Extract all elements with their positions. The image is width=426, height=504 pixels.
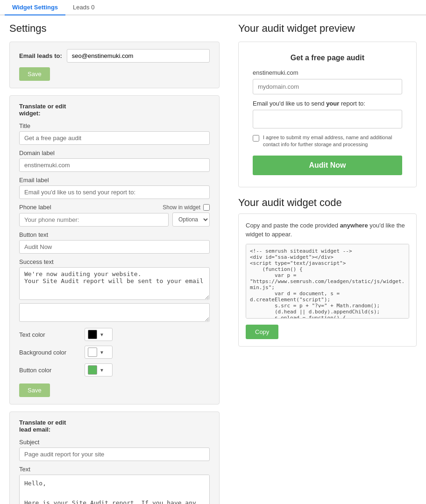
show-in-widget-label: Show in widget <box>163 204 200 211</box>
email-label-label: Email label <box>19 177 210 184</box>
left-panel: Settings Email leads to: Save Translate … <box>0 15 229 504</box>
preview-checkbox-row: I agree to submit my email address, name… <box>253 134 402 149</box>
title-field-label: Title <box>19 122 210 129</box>
extra-textarea[interactable] <box>19 303 210 322</box>
tab-leads[interactable]: Leads 0 <box>65 0 102 14</box>
background-color-label: Background color <box>19 349 80 356</box>
text-label: Text <box>19 466 210 473</box>
copy-button[interactable]: Copy <box>246 325 278 339</box>
button-color-row: Button color ▼ <box>19 363 210 376</box>
preview-heading: Get a free page audit <box>253 54 402 62</box>
domain-label-input[interactable] <box>19 158 210 172</box>
widget-save-button[interactable]: Save <box>19 383 50 397</box>
title-input[interactable] <box>19 131 210 145</box>
button-color-picker[interactable]: ▼ <box>85 363 113 376</box>
subject-label: Subject <box>19 439 210 446</box>
domain-label-label: Domain label <box>19 149 210 156</box>
text-color-chevron: ▼ <box>99 332 104 337</box>
email-leads-label: Email leads to: <box>19 52 62 59</box>
text-color-picker[interactable]: ▼ <box>85 328 113 341</box>
background-color-row: Background color ▼ <box>19 346 210 359</box>
preview-checkbox-text: I agree to submit my email address, name… <box>263 134 402 149</box>
code-box: Copy and paste the code provided anywher… <box>238 213 417 347</box>
success-text-label: Success text <box>19 258 210 265</box>
button-color-label: Button color <box>19 367 80 374</box>
email-label-input[interactable] <box>19 185 210 199</box>
preview-audit-button[interactable]: Audit Now <box>253 156 402 175</box>
tab-widget-settings[interactable]: Widget Settings <box>5 0 65 15</box>
background-color-picker[interactable]: ▼ <box>85 346 113 359</box>
code-description: Copy and paste the code provided anywher… <box>246 221 409 239</box>
tabs-bar: Widget Settings Leads 0 <box>0 0 426 15</box>
button-text-label: Button text <box>19 231 210 238</box>
subject-input[interactable] <box>19 447 210 461</box>
preview-domain-label: enstinemuki.com <box>253 69 402 76</box>
button-color-swatch <box>88 365 97 375</box>
preview-title: Your audit widget preview <box>238 22 417 35</box>
preview-domain-input[interactable] <box>253 79 402 94</box>
text-color-swatch <box>88 330 97 339</box>
background-color-chevron: ▼ <box>99 350 104 355</box>
show-in-widget-checkbox[interactable] <box>203 204 210 211</box>
email-section: Email leads to: Save <box>9 42 220 88</box>
preview-email-label: Email you'd like us to send your report … <box>253 100 402 107</box>
button-color-chevron: ▼ <box>99 368 104 373</box>
preview-box: Get a free page audit enstinemuki.com Em… <box>238 42 417 187</box>
lead-email-section: Translate or editlead email: Subject Tex… <box>9 412 220 504</box>
lead-section-header: Translate or editlead email: <box>19 419 66 433</box>
text-color-label: Text color <box>19 331 80 338</box>
email-save-button[interactable]: Save <box>19 67 50 81</box>
code-textarea[interactable]: <!-- semrush siteaudit widget --> <div i… <box>246 244 409 319</box>
page-title: Settings <box>9 22 220 35</box>
optional-select[interactable]: Optional Required <box>172 213 210 227</box>
phone-input[interactable] <box>19 213 169 227</box>
preview-checkbox[interactable] <box>253 135 259 142</box>
email-leads-input[interactable] <box>67 49 210 63</box>
text-color-row: Text color ▼ <box>19 328 210 341</box>
code-title: Your audit widget code <box>238 197 417 209</box>
lead-text-textarea[interactable]: Hello, Here is your Site Audit report. I… <box>19 475 210 504</box>
background-color-swatch <box>88 348 97 357</box>
button-text-input[interactable] <box>19 240 210 254</box>
phone-label-label: Phone label <box>19 204 51 211</box>
preview-email-input[interactable] <box>253 110 402 128</box>
success-text-textarea[interactable]: We're now auditing your website. Your Si… <box>19 267 210 300</box>
widget-translate-section: Translate or editwidget: Title Domain la… <box>9 95 220 405</box>
right-panel: Your audit widget preview Get a free pag… <box>229 15 426 504</box>
widget-section-header: Translate or editwidget: <box>19 103 66 117</box>
